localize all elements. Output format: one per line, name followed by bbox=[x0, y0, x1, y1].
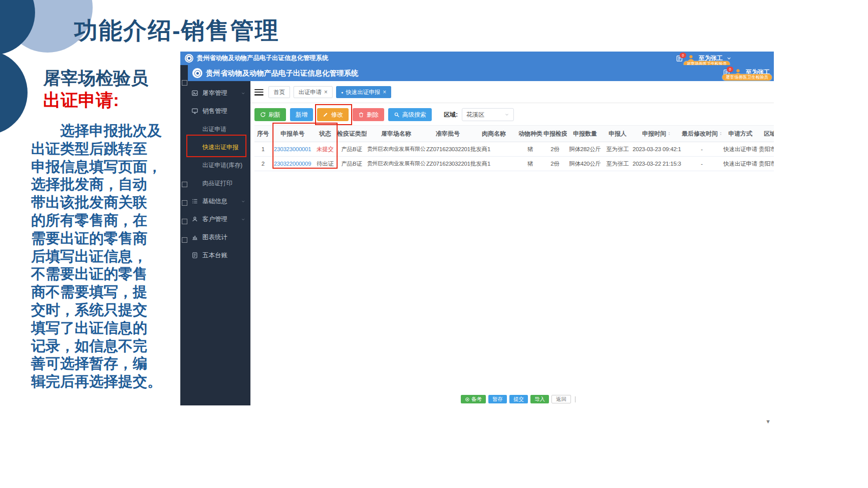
sidebar-item-label: 五本台账 bbox=[202, 251, 227, 260]
region-value: 花溪区 bbox=[466, 111, 484, 119]
column-header-4: 屠宰场名称 bbox=[367, 126, 426, 142]
paragraph-line: 带出该批发商关联 bbox=[31, 194, 196, 212]
slide-heading: 屠宰场检验员 bbox=[43, 67, 148, 90]
sidebar-item-8[interactable]: 图表统计 bbox=[180, 228, 250, 246]
sidebar-item-label: 屠宰管理 bbox=[202, 89, 227, 98]
toolbar-button-2[interactable]: 修改 bbox=[317, 108, 349, 121]
table-cell: 快速出证申请 bbox=[722, 142, 758, 157]
tab-label: 出证申请 bbox=[299, 89, 322, 96]
column-header-8: 申报检疫证 bbox=[543, 126, 567, 142]
sidebar-item-3[interactable]: 快速出证申报 bbox=[180, 138, 250, 156]
column-header-7: 动物种类 bbox=[518, 126, 543, 142]
footer-button-3[interactable]: 导入 bbox=[530, 395, 549, 403]
sales-icon bbox=[191, 108, 198, 115]
sort-icon bbox=[719, 132, 722, 136]
toolbar-button-4[interactable]: 高级搜索 bbox=[388, 108, 432, 121]
table-cell: 批发商1 bbox=[470, 142, 518, 157]
table-cell: 2份 bbox=[543, 142, 567, 157]
circle-icon bbox=[465, 397, 470, 402]
tab-label: 首页 bbox=[273, 89, 285, 96]
footer-button-1[interactable]: 暂存 bbox=[488, 395, 507, 403]
chevron-down-icon[interactable] bbox=[726, 56, 732, 61]
clipped-icon-fragment bbox=[182, 80, 187, 86]
table-cell: - bbox=[681, 142, 722, 157]
toolbar-button-1[interactable]: 新增 bbox=[290, 108, 313, 121]
paragraph-line: 选择申报批次及 bbox=[31, 122, 196, 140]
table-cell: 2023-03-23 09:42:12 bbox=[632, 142, 681, 157]
sidebar-item-9[interactable]: 五本台账 bbox=[180, 246, 250, 264]
paragraph-line: 需要出证的零售商 bbox=[31, 230, 196, 248]
table-cell: 贵阳市花溪区 bbox=[758, 157, 774, 171]
footer-button-0[interactable]: 备考 bbox=[461, 395, 486, 403]
paragraph-line: 的所有零售商，在 bbox=[31, 212, 196, 230]
table-cell: ZZ0716230322010 bbox=[426, 142, 470, 157]
table-header-row: 序号申报单号状态检疫证类型屠宰场名称准宰批号肉商名称动物种类申报检疫证申报数量申… bbox=[254, 126, 774, 142]
column-header-11[interactable]: 申报时间 bbox=[632, 126, 681, 142]
toolbar: 刷新新增修改删除高级搜索 区域: 花溪区 bbox=[250, 103, 774, 121]
customer-icon bbox=[191, 216, 198, 223]
tab-1[interactable]: 出证申请× bbox=[294, 86, 333, 98]
column-header-5: 准宰批号 bbox=[426, 126, 470, 142]
sidebar-item-label: 肉品证打印 bbox=[202, 179, 232, 188]
tab-close-icon[interactable]: × bbox=[324, 89, 328, 96]
column-header-6: 肉商名称 bbox=[470, 126, 518, 142]
sidebar-item-4[interactable]: 出证申请(库存) bbox=[180, 156, 250, 174]
menu-icon[interactable] bbox=[254, 89, 263, 96]
table-cell: 待出证 bbox=[314, 157, 337, 171]
slide-paragraph: 选择申报批次及出证类型后跳转至申报信息填写页面，选择批发商，自动带出该批发商关联… bbox=[31, 122, 196, 391]
clipped-icon-fragment bbox=[182, 237, 187, 243]
tab-label: 快速出证申报 bbox=[346, 89, 380, 96]
sidebar-item-label: 基础信息 bbox=[202, 197, 227, 206]
region-select[interactable]: 花溪区 bbox=[462, 108, 514, 121]
tab-2[interactable]: ●快速出证申报× bbox=[336, 86, 391, 98]
notifications-button[interactable]: 0 bbox=[676, 55, 683, 62]
table-cell: 胴体420公斤 bbox=[567, 157, 603, 171]
table-row[interactable]: 2230322000009待出证产品B证贵州巨农肉业发展有限公司ZZ071623… bbox=[254, 157, 774, 171]
column-header-12[interactable]: 最后修改时间 bbox=[681, 126, 722, 142]
table-cell: - bbox=[681, 157, 722, 171]
table-cell: 2023-03-22 21:15:35 bbox=[632, 157, 681, 171]
table-cell: 胴体282公斤 bbox=[567, 142, 603, 157]
sidebar-item-1[interactable]: 销售管理 bbox=[180, 102, 250, 120]
table-cell: 2 bbox=[254, 157, 271, 171]
table-cell[interactable]: 230323000001 bbox=[271, 142, 314, 157]
sidebar-item-7[interactable]: 客户管理 bbox=[180, 210, 250, 228]
system-title: 贵州省动物及动物产品电子出证信息化管理系统 bbox=[197, 54, 329, 63]
toolbar-button-3[interactable]: 删除 bbox=[353, 108, 384, 121]
presentation-slide: 功能介绍-销售管理 屠宰场检验员 出证申请: 选择申报批次及出证类型后跳转至申报… bbox=[0, 0, 868, 488]
search-icon bbox=[394, 112, 400, 118]
declaration-table: 序号申报单号状态检疫证类型屠宰场名称准宰批号肉商名称动物种类申报检疫证申报数量申… bbox=[254, 125, 774, 171]
paragraph-line: 记录，如信息不完 bbox=[31, 337, 196, 355]
sidebar-item-5[interactable]: 肉品证打印 bbox=[180, 174, 250, 192]
tab-0[interactable]: 首页 bbox=[268, 86, 290, 98]
sidebar-item-label: 图表统计 bbox=[202, 233, 227, 242]
table-row[interactable]: 1230323000001未提交产品B证贵州巨农肉业发展有限公司ZZ071623… bbox=[254, 142, 774, 157]
table-cell: 产品B证 bbox=[337, 157, 367, 171]
paragraph-line: 辑完后再选择提交。 bbox=[31, 373, 196, 391]
table-cell: 猪 bbox=[518, 142, 543, 157]
scroll-down-arrow[interactable]: ▼ bbox=[765, 418, 771, 424]
table-cell[interactable]: 230322000009 bbox=[271, 157, 314, 171]
footer-divider bbox=[575, 396, 575, 402]
paragraph-line: 不需要出证的零售 bbox=[31, 265, 196, 283]
table-cell: 至为张工 bbox=[603, 142, 632, 157]
paragraph-line: 交时，系统只提交 bbox=[31, 301, 196, 319]
refresh-icon bbox=[260, 112, 266, 118]
table-cell: 快速出证申请 bbox=[722, 157, 758, 171]
footer-button-row: 备考暂存提交导入返回 bbox=[461, 395, 575, 403]
column-header-14: 区域 bbox=[758, 126, 774, 142]
sidebar-item-2[interactable]: 出证申请 bbox=[180, 120, 250, 138]
table-cell: ZZ0716230322012 bbox=[426, 157, 470, 171]
toolbar-button-0[interactable]: 刷新 bbox=[254, 108, 286, 121]
sidebar-item-0[interactable]: 屠宰管理 bbox=[180, 84, 250, 102]
chevron-down-icon bbox=[504, 112, 509, 117]
decorative-circle-dark-left bbox=[0, 50, 28, 135]
footer-button-4[interactable]: 返回 bbox=[551, 395, 571, 403]
sidebar-item-label: 出证申请(库存) bbox=[202, 161, 242, 170]
sidebar-item-6[interactable]: 基础信息 bbox=[180, 192, 250, 210]
chevron-down-icon bbox=[241, 91, 245, 96]
table-cell: 未提交 bbox=[314, 142, 337, 157]
column-header-9: 申报数量 bbox=[567, 126, 603, 142]
tab-close-icon[interactable]: × bbox=[383, 89, 386, 96]
footer-button-2[interactable]: 提交 bbox=[509, 395, 528, 403]
